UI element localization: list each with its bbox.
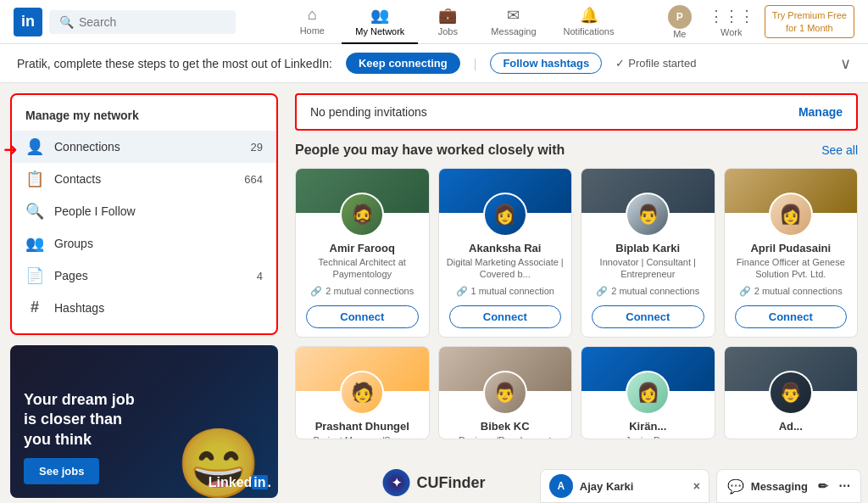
invitations-bar: No pending invitations Manage <box>295 93 858 131</box>
sidebar-item-contacts[interactable]: 📋 Contacts 664 <box>12 163 276 195</box>
cufinder-text: CUFinder <box>417 474 486 492</box>
me-label: Me <box>673 29 686 39</box>
mutual-icon-3: 🔗 <box>739 286 751 297</box>
sidebar-item-connections[interactable]: 👤 Connections 29 <box>12 131 276 163</box>
nav-messaging[interactable]: ✉ Messaging <box>477 0 549 44</box>
chat-close-ajay[interactable]: × <box>693 479 700 493</box>
messaging-bubble[interactable]: 💬 Messaging ✏ ⋯ <box>716 469 861 503</box>
pages-count: 4 <box>257 270 263 282</box>
person-name-7: Ad... <box>725 420 858 433</box>
person-card-6: 👩 Kirän... Junior Pr... <box>581 346 715 439</box>
contacts-label: Contacts <box>54 172 244 186</box>
card-avatar-2: 👨 <box>626 193 670 237</box>
grid-icon: ⋮⋮⋮ <box>709 7 754 25</box>
see-all-link[interactable]: See all <box>821 143 858 157</box>
sidebar-item-hashtags[interactable]: # Hashtags <box>12 292 276 323</box>
invitations-text: No pending invitations <box>310 105 798 119</box>
card-avatar-6: 👩 <box>626 371 670 415</box>
connections-label: Connections <box>54 140 251 154</box>
linkedin-brand: Linkedin. <box>209 472 271 491</box>
people-cards-row1: 🧔 Amir Farooq Technical Architect at Pay… <box>295 168 858 338</box>
connect-button-1[interactable]: Connect <box>449 305 562 328</box>
hashtags-label: Hashtags <box>54 301 263 315</box>
keep-connecting-button[interactable]: Keep connecting <box>346 53 460 74</box>
card-avatar-wrap-7: 👨 <box>725 371 858 415</box>
card-avatar-wrap-3: 👩 <box>725 193 858 237</box>
nav-jobs[interactable]: 💼 Jobs <box>418 0 477 44</box>
cufinder-logo-symbol: ✦ <box>392 476 402 489</box>
connect-button-0[interactable]: Connect <box>306 305 419 328</box>
card-avatar-7: 👨 <box>769 371 813 415</box>
nav-home[interactable]: ⌂ Home <box>282 0 342 44</box>
notifications-icon: 🔔 <box>580 6 598 25</box>
pages-icon: 📄 <box>25 266 44 285</box>
sidebar-item-people-follow[interactable]: 🔍 People I Follow <box>12 195 276 227</box>
messaging-label: Messaging <box>751 480 808 493</box>
main-layout: ➜ Manage my network 👤 Connections 29 📋 C… <box>0 83 868 503</box>
mutual-icon-1: 🔗 <box>456 286 468 297</box>
follow-hashtags-button[interactable]: Follow hashtags <box>490 53 602 74</box>
more-icon[interactable]: ⋯ <box>838 479 850 493</box>
people-follow-icon: 🔍 <box>25 202 44 221</box>
card-avatar-wrap-6: 👩 <box>581 371 715 415</box>
main-content: ➜ No pending invitations Manage People y… <box>288 83 868 503</box>
messaging-icon: ✉ <box>507 6 520 25</box>
groups-icon: 👥 <box>25 234 44 253</box>
linkedin-logo[interactable]: in <box>14 8 42 36</box>
connections-count: 29 <box>251 141 263 154</box>
premium-button[interactable]: Try Premium Free for 1 Month <box>765 5 854 38</box>
mutual-icon-2: 🔗 <box>596 286 608 297</box>
mutual-icon-0: 🔗 <box>310 286 322 297</box>
compose-icon[interactable]: ✏ <box>818 479 828 493</box>
nav-notifications[interactable]: 🔔 Notifications <box>550 0 628 44</box>
search-input[interactable] <box>79 15 223 29</box>
card-avatar-wrap-2: 👨 <box>581 193 715 237</box>
ad-card: 😄 Your dream job is closer than you thin… <box>10 345 278 498</box>
pages-label: Pages <box>54 269 257 282</box>
person-mutual-3: 🔗 2 mutual connections <box>725 282 858 300</box>
manage-invitations-link[interactable]: Manage <box>798 105 843 119</box>
person-card-7: 👨 Ad... <box>724 346 859 439</box>
ad-text: Your dream job is closer than you think <box>24 390 151 450</box>
hashtags-icon: # <box>25 299 44 316</box>
connections-arrow: ➜ <box>3 139 18 159</box>
person-name-1: Akanksha Rai <box>439 242 572 254</box>
person-card-4: 🧑 Prashant Dhungel Project Manager/Scrum <box>295 346 430 439</box>
nav-me[interactable]: P Me <box>661 5 698 39</box>
sidebar-item-pages[interactable]: 📄 Pages 4 <box>12 260 276 292</box>
person-title-3: Finance Officer at Genese Solution Pvt. … <box>725 254 858 282</box>
person-title-6: Junior Pr... <box>581 433 715 439</box>
person-name-4: Prashant Dhungel <box>296 420 429 433</box>
connections-icon: 👤 <box>25 137 44 156</box>
card-avatar-wrap-1: 👩 <box>439 193 572 237</box>
person-name-3: April Pudasaini <box>725 242 858 254</box>
nav-network-label: My Network <box>355 26 404 36</box>
chat-window-ajay[interactable]: A Ajay Karki × <box>540 469 709 503</box>
nav-notifications-label: Notifications <box>564 26 615 36</box>
person-title-1: Digital Marketing Associate | Covered b.… <box>439 254 572 282</box>
network-icon: 👥 <box>370 6 389 25</box>
nav-work[interactable]: ⋮⋮⋮ Work <box>702 7 761 37</box>
messaging-bar: A Ajay Karki × 💬 Messaging ✏ ⋯ <box>540 469 868 503</box>
connect-button-3[interactable]: Connect <box>735 305 848 328</box>
see-jobs-button[interactable]: See jobs <box>24 458 99 484</box>
connect-button-2[interactable]: Connect <box>592 305 704 328</box>
person-title-2: Innovator | Consultant | Entrepreneur <box>581 254 715 282</box>
person-mutual-2: 🔗 2 mutual connections <box>581 282 715 300</box>
jobs-icon: 💼 <box>438 6 457 25</box>
nav-my-network[interactable]: 👥 My Network <box>342 0 418 44</box>
people-cards-row2: 🧑 Prashant Dhungel Project Manager/Scrum… <box>295 346 858 439</box>
home-icon: ⌂ <box>308 6 317 24</box>
nav-home-label: Home <box>300 25 325 36</box>
banner-chevron-icon[interactable]: ∨ <box>840 54 851 73</box>
person-title-4: Project Manager/Scrum <box>296 433 429 439</box>
top-nav: in 🔍 ⌂ Home 👥 My Network 💼 Jobs ✉ Messag… <box>0 0 868 44</box>
sidebar-item-groups[interactable]: 👥 Groups <box>12 227 276 260</box>
person-mutual-1: 🔗 1 mutual connection <box>439 282 572 300</box>
work-label: Work <box>721 27 742 37</box>
messaging-bubble-icon: 💬 <box>727 478 744 495</box>
suggestions-title: People you may have worked closely with <box>295 143 565 158</box>
person-mutual-0: 🔗 2 mutual connections <box>296 282 429 300</box>
contacts-count: 664 <box>244 173 263 186</box>
search-bar[interactable]: 🔍 <box>49 10 236 34</box>
